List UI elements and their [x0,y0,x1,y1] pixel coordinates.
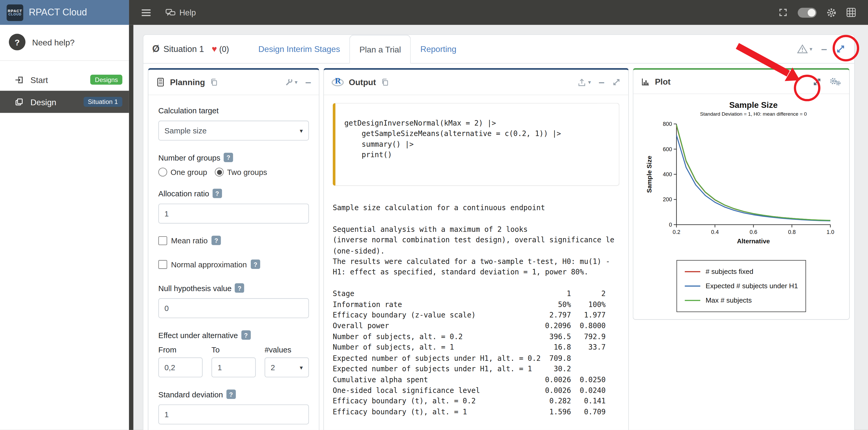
tab-plan-a-trial[interactable]: Plan a Trial [349,35,411,64]
tab-bar: Design Interim Stages Plan a Trial Repor… [249,35,466,63]
logo-line2: CLOUD [8,13,22,16]
normal-approximation-checkbox[interactable]: Normal approximation? [158,260,309,269]
svg-text:Sample Size: Sample Size [729,100,778,110]
help-badge-icon[interactable]: ? [241,330,250,340]
situation-icon: Ø [152,43,160,54]
export-dropdown[interactable]: ▾ [578,78,591,87]
from-label: From [158,345,203,354]
help-badge-icon[interactable]: ? [212,236,221,245]
brand-title: RPACT Cloud [29,7,87,18]
checkbox-icon [158,236,167,245]
brand-header[interactable]: RPACT CLOUD RPACT Cloud [0,0,129,25]
mean-ratio-checkbox[interactable]: Mean ratio? [158,236,309,245]
help-badge-icon[interactable]: ? [212,189,222,198]
tools-dropdown[interactable]: ▾ [285,78,298,87]
help-badge-icon[interactable]: ? [224,153,233,162]
svg-text:1.0: 1.0 [827,229,834,235]
plot-legend: # subjects fixedExpected # subjects unde… [676,260,806,312]
plot-chart: Sample SizeStandard Deviation = 1, H0: m… [644,99,838,250]
favorites[interactable]: ♥ (0) [212,35,229,63]
legend-line-swatch [685,300,700,301]
svg-text:Standard Deviation = 1, H0: me: Standard Deviation = 1, H0: mean differe… [700,111,807,117]
copy-icon[interactable] [210,78,218,87]
caret-down-icon: ▾ [294,79,298,85]
legend-item: # subjects fixed [685,264,798,279]
effect-under-alternative-label: Effect under alternative? [158,330,309,340]
svg-text:800: 800 [663,121,672,127]
help-menu[interactable]: Help [165,8,196,17]
planning-panel: Planning ▾ – Calculation target [148,68,319,430]
standard-deviation-input[interactable] [158,404,309,424]
logo-line1: RPACT [8,9,22,13]
chat-icon [165,8,176,17]
rpact-logo-icon: RPACT CLOUD [6,4,23,21]
sidebar: ? Need help? Start Designs Design Situat… [0,25,129,430]
svg-text:0: 0 [669,222,672,228]
effect-to-input[interactable] [212,357,256,377]
output-header: R Output ▾ – [324,70,628,95]
collapse-planning-button[interactable]: – [305,77,311,88]
expand-plot-button[interactable] [813,77,822,86]
tab-design-interim-stages[interactable]: Design Interim Stages [249,35,349,63]
sidebar-item-label: Start [31,75,48,84]
plot-settings-gears-icon[interactable] [829,77,842,87]
plot-panel: Plot Sample SizeStandard Deviation = 1, … [633,68,850,320]
expand-card-button[interactable] [836,44,845,54]
help-badge-icon[interactable]: ? [226,390,236,399]
menu-icon[interactable] [141,9,151,16]
sidebar-item-design[interactable]: Design Situation 1 [0,91,129,113]
situation-title: Ø Situation 1 [152,35,204,63]
svg-text:600: 600 [663,146,672,152]
null-hypothesis-label: Null hypothesis value? [158,283,309,293]
null-hypothesis-input[interactable] [158,298,309,318]
collapse-output-button[interactable]: – [599,77,604,88]
help-label: Help [180,8,196,17]
stack-icon [14,97,24,106]
situation-card: Ø Situation 1 ♥ (0) Design Interim Stage… [143,34,855,430]
help-badge-icon[interactable]: ? [235,283,244,293]
planning-title: Planning [170,77,205,87]
tab-reporting[interactable]: Reporting [411,35,466,63]
wrench-icon [285,78,293,87]
copy-icon[interactable] [381,78,389,87]
collapse-card-button[interactable]: – [821,43,827,54]
calculator-icon [156,77,165,87]
allocation-ratio-input[interactable] [158,204,309,224]
legend-item: Expected # subjects under H1 [685,279,798,293]
toggle-knob [808,9,815,16]
warning-icon [798,44,808,54]
expand-icon [836,44,845,54]
need-help-label: Need help? [32,37,75,47]
warnings-dropdown[interactable]: ▾ [798,44,812,54]
num-values-label: #values [265,345,309,354]
output-text: Sample size calculation for a continuous… [333,203,620,418]
planning-form: Calculation target Sample size ▾ Number … [148,95,319,430]
designs-badge: Designs [90,75,122,85]
help-badge-icon[interactable]: ? [251,260,260,269]
favorite-count: (0) [219,45,229,54]
calculation-target-select[interactable]: Sample size ▾ [158,121,309,140]
svg-text:0.4: 0.4 [711,229,719,235]
fullscreen-icon[interactable] [778,8,788,17]
need-help-button[interactable]: ? Need help? [0,25,129,61]
sidebar-item-start[interactable]: Start Designs [0,69,129,91]
effect-from-input[interactable] [158,357,203,377]
plot-body: Sample SizeStandard Deviation = 1, H0: m… [633,94,849,318]
panels-row: Planning ▾ – Calculation target [144,64,854,430]
svg-text:0.8: 0.8 [788,229,796,235]
sidebar-divider [129,25,133,430]
gear-icon[interactable] [827,7,836,18]
radio-one-group[interactable]: One group [158,168,207,176]
num-values-select[interactable]: 2 ▾ [265,357,309,377]
chevron-down-icon: ▾ [300,364,303,371]
legend-label: # subjects fixed [706,268,753,276]
chevron-down-icon: ▾ [300,127,303,134]
calculation-target-label: Calculation target [158,106,309,115]
expand-output-button[interactable] [612,78,621,87]
caret-down-icon: ▾ [809,46,812,52]
planning-header: Planning ▾ – [148,70,319,95]
r-logo-icon: R [332,78,344,87]
apps-grid-icon[interactable] [846,8,856,17]
radio-two-groups[interactable]: Two groups [215,168,267,176]
dark-mode-toggle[interactable] [798,7,816,18]
